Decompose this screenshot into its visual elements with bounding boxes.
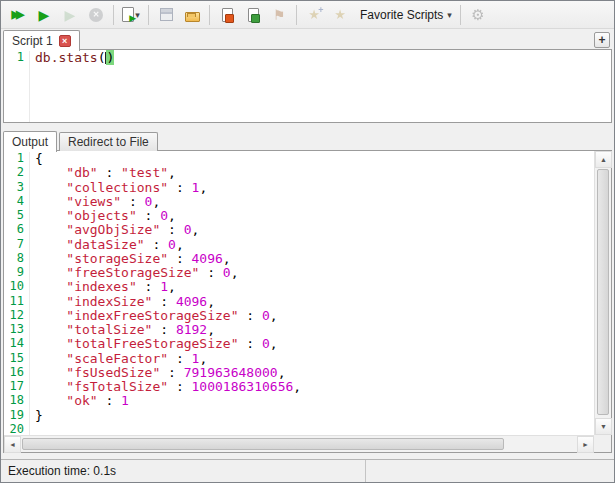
open-script-button[interactable]: [180, 3, 204, 27]
code-token: 0: [184, 222, 192, 237]
code-token: :: [160, 365, 183, 380]
save-script-button[interactable]: [154, 3, 178, 27]
code-token: :: [98, 165, 121, 180]
code-token: [35, 308, 66, 323]
output-line-number: 4: [4, 194, 29, 208]
run-selection-icon: [62, 6, 79, 23]
tab-script-1[interactable]: Script 1 ×: [3, 30, 80, 51]
scroll-left-icon[interactable]: ◄: [4, 436, 21, 453]
code-token: [35, 222, 66, 237]
code-token: "totalSize": [66, 322, 152, 337]
horizontal-scroll-thumb[interactable]: [22, 438, 504, 450]
star-add-icon: [306, 6, 323, 23]
code-token: 4096: [192, 251, 223, 266]
output-line: "scaleFactor" : 1,: [31, 351, 594, 365]
code-token: (: [98, 50, 106, 65]
run-selection-button[interactable]: [58, 3, 82, 27]
code-token: ,: [168, 208, 176, 223]
code-token: "scaleFactor": [66, 351, 168, 366]
favorites-button[interactable]: [328, 3, 352, 27]
code-token: ,: [207, 322, 215, 337]
code-token: [35, 351, 66, 366]
code-token: 0: [262, 308, 270, 323]
scroll-up-icon[interactable]: ▲: [595, 151, 612, 168]
export-results-button[interactable]: [215, 3, 239, 27]
favorite-scripts-dropdown[interactable]: Favorite Scripts▾: [354, 3, 455, 27]
code-token: [35, 365, 66, 380]
scroll-right-icon[interactable]: ►: [577, 436, 594, 453]
output-line-number: 17: [4, 379, 29, 393]
script-tab-bar: Script 1 × +: [3, 29, 612, 50]
code-token: :: [98, 393, 121, 408]
code-token: "fsTotalSize": [66, 379, 168, 394]
output-line: "fsUsedSize" : 791963648000,: [31, 365, 594, 379]
app-window: ▾Favorite Scripts▾ Script 1 × + 1 db.sta…: [0, 0, 615, 483]
flag-button[interactable]: [267, 3, 291, 27]
add-favorite-button[interactable]: [302, 3, 326, 27]
output-line: "dataSize" : 0,: [31, 237, 594, 251]
output-horizontal-scrollbar[interactable]: ◄ ►: [4, 435, 594, 452]
run-options-button[interactable]: ▾: [119, 3, 143, 27]
execution-time-label: Execution time: 0.1s: [8, 464, 116, 478]
code-token: :: [160, 222, 183, 237]
output-line-number: 6: [4, 222, 29, 236]
code-token: db.stats: [35, 50, 98, 65]
code-token: [35, 265, 66, 280]
code-token: [35, 393, 66, 408]
code-token: 0: [168, 237, 176, 252]
tab-redirect-to-file[interactable]: Redirect to File: [59, 132, 158, 151]
code-token: ,: [199, 180, 207, 195]
code-token: "ok": [66, 393, 97, 408]
output-vertical-scrollbar[interactable]: ▲ ▼: [594, 151, 611, 435]
code-token: :: [199, 265, 222, 280]
code-token: :: [121, 194, 144, 209]
view-results-button[interactable]: [241, 3, 265, 27]
output-line: "totalFreeStorageSize" : 0,: [31, 336, 594, 350]
code-token: ,: [231, 265, 239, 280]
scrollbar-corner: [594, 435, 611, 452]
output-line: "totalSize" : 8192,: [31, 322, 594, 336]
code-token: :: [239, 336, 262, 351]
code-token: "collections": [66, 180, 168, 195]
output-line-number: 3: [4, 180, 29, 194]
code-token: 8192: [176, 322, 207, 337]
output-line-number: 7: [4, 237, 29, 251]
code-token: :: [145, 237, 168, 252]
output-line-number: 5: [4, 208, 29, 222]
execution-time-status: Execution time: 0.1s: [1, 460, 366, 482]
output-line: "collections" : 1,: [31, 180, 594, 194]
output-tab-bar: Output Redirect to File: [3, 130, 160, 151]
output-line-number: 15: [4, 351, 29, 365]
code-token: }: [35, 408, 43, 423]
output-panel: 1234567891011121314151617181920 { "db" :…: [3, 150, 612, 453]
editor-line-number: 1: [4, 50, 29, 65]
settings-button[interactable]: [466, 3, 490, 27]
code-token: :: [239, 308, 262, 323]
output-line: "storageSize" : 4096,: [31, 251, 594, 265]
code-token: 0: [223, 265, 231, 280]
editor-code-area[interactable]: db.stats(): [31, 50, 611, 122]
gear-icon: [469, 6, 486, 23]
run-button[interactable]: [32, 3, 56, 27]
vertical-scroll-thumb[interactable]: [597, 169, 609, 415]
code-token: [35, 194, 66, 209]
toolbar-separator: [148, 5, 149, 25]
code-token: ,: [270, 336, 278, 351]
tab-redirect-to-file-label: Redirect to File: [68, 135, 149, 149]
code-token: "fsUsedSize": [66, 365, 160, 380]
output-line: "fsTotalSize" : 1000186310656,: [31, 379, 594, 393]
code-token: ,: [192, 222, 200, 237]
code-token: [35, 165, 66, 180]
output-line: "freeStorageSize" : 0,: [31, 265, 594, 279]
output-content[interactable]: { "db" : "test", "collections" : 1, "vie…: [31, 151, 594, 435]
code-token: [35, 251, 66, 266]
code-token: ,: [270, 308, 278, 323]
scroll-down-icon[interactable]: ▼: [595, 418, 612, 435]
stop-icon: [89, 8, 103, 22]
stop-button[interactable]: [84, 3, 108, 27]
add-tab-button[interactable]: +: [594, 32, 610, 48]
code-token: 1000186310656: [192, 379, 294, 394]
tab-output[interactable]: Output: [3, 131, 57, 152]
close-tab-icon[interactable]: ×: [59, 35, 71, 47]
run-all-button[interactable]: [6, 3, 30, 27]
